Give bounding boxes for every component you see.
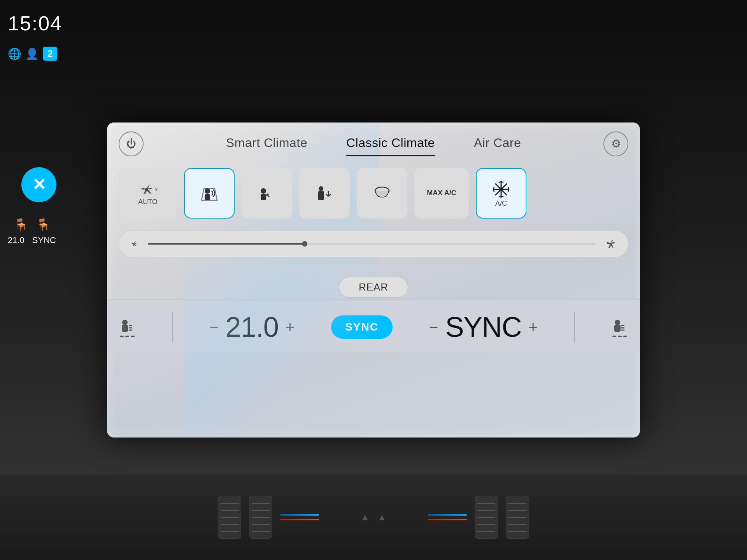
sync-toggle-label: SYNC [345, 321, 379, 333]
vent-slot [218, 496, 241, 539]
mode-ac-button[interactable]: A/C [476, 168, 526, 219]
status-icons: 🌐 👤 2 [8, 47, 57, 61]
fan-auto-icon [138, 181, 155, 198]
notification-badge[interactable]: 2 [43, 47, 57, 61]
tab-classic-climate[interactable]: Classic Climate [327, 131, 454, 156]
left-temp-value: 21.0 [226, 311, 279, 343]
svg-rect-15 [122, 325, 128, 332]
right-temp-minus[interactable]: − [429, 318, 438, 336]
vent-slot-r1 [475, 496, 498, 539]
left-temp-plus[interactable]: + [286, 318, 295, 336]
slider-thumb [302, 241, 307, 247]
tab-air-care[interactable]: Air Care [454, 131, 540, 156]
mode-buttons-row: › AUTO [119, 168, 628, 219]
windshield-icon [199, 183, 219, 203]
vent-group-left [218, 496, 319, 539]
vent-spacer-center: ▲ ▲ [335, 512, 412, 523]
mode-auto-button[interactable]: › AUTO [119, 168, 177, 219]
fan-slider-container[interactable] [119, 230, 628, 257]
seat-heat-left2-icon: 🪑 [36, 218, 50, 231]
sidebar-sync: SYNC [32, 235, 56, 245]
vent-accent-blue-right [428, 514, 467, 516]
seat-heat-left-icon: 🪑 [14, 218, 28, 231]
right-sync-text: SYNC [445, 311, 521, 343]
power-icon: ⏻ [126, 138, 136, 150]
mode-upper-button[interactable] [242, 168, 292, 219]
globe-icon: 🌐 [8, 47, 21, 60]
floor-icon [372, 183, 392, 203]
left-seat-icon [119, 317, 136, 334]
fan-large-icon [603, 236, 619, 252]
infotainment-screen: ⏻ Smart Climate Classic Climate Air Care… [107, 122, 640, 438]
ac-label: A/C [495, 200, 507, 208]
svg-point-0 [145, 188, 148, 191]
svg-point-12 [499, 187, 503, 191]
separator-left [172, 312, 173, 343]
settings-icon: ⚙ [611, 137, 621, 150]
left-temp-minus[interactable]: − [209, 318, 218, 336]
fan-small-icon [128, 238, 140, 250]
vent-accent-red-right [428, 519, 467, 520]
mode-windshield-button[interactable] [184, 168, 235, 219]
close-button[interactable]: ✕ [21, 167, 56, 202]
svg-point-18 [615, 320, 620, 325]
auto-arrow-icon: › [155, 184, 158, 194]
car-display: 15:04 🌐 👤 2 🪑 🪑 21.0 SYNC ✕ ⏻ [0, 0, 747, 560]
upper-body-icon [257, 183, 277, 203]
mode-lower-button[interactable] [299, 168, 350, 219]
ac-snowflake-icon [491, 179, 511, 200]
separator-right [574, 312, 575, 343]
left-seat-heat[interactable] [119, 317, 136, 337]
bottom-controls: − 21.0 + SYNC − SYNC + [107, 299, 640, 352]
svg-rect-1 [205, 194, 210, 200]
sidebar-temp: 21.0 [8, 235, 25, 245]
svg-rect-3 [261, 194, 266, 200]
tab-smart-climate[interactable]: Smart Climate [207, 131, 327, 156]
center-vent-icon2: ▲ [377, 512, 387, 523]
lower-body-icon [314, 183, 335, 203]
power-button[interactable]: ⏻ [119, 131, 144, 156]
vent-accent-red [280, 519, 319, 520]
svg-point-4 [261, 188, 266, 194]
rear-section: REAR [107, 277, 640, 298]
tabs-container: Smart Climate Classic Climate Air Care [144, 131, 603, 156]
svg-rect-5 [318, 191, 324, 200]
fan-speed-slider[interactable] [148, 243, 595, 245]
center-vent-icon: ▲ [360, 512, 370, 523]
svg-point-14 [610, 243, 612, 245]
vent-group-right [428, 496, 529, 539]
screen-header: ⏻ Smart Climate Classic Climate Air Care… [107, 122, 640, 160]
time-display: 15:04 [8, 12, 62, 35]
close-icon: ✕ [32, 177, 46, 193]
person-icon: 👤 [25, 47, 39, 60]
right-sync-display: − SYNC + [429, 311, 538, 343]
mode-max-ac-button[interactable]: MAX A/C [414, 168, 469, 219]
auto-label: AUTO [138, 198, 158, 206]
right-seat-icon [611, 317, 628, 334]
vents-bar: ▲ ▲ [0, 474, 747, 560]
max-ac-label: MAX A/C [427, 189, 456, 198]
left-temp-control: − 21.0 + [209, 311, 295, 343]
sync-toggle-button[interactable]: SYNC [331, 315, 393, 339]
vent-slot [249, 496, 272, 539]
right-temp-plus[interactable]: + [528, 318, 537, 336]
svg-point-6 [319, 186, 323, 191]
vent-accent-blue [280, 514, 319, 516]
settings-button[interactable]: ⚙ [603, 131, 628, 156]
auto-icon-wrap: › [138, 181, 158, 198]
svg-rect-17 [614, 325, 621, 332]
svg-point-16 [122, 320, 128, 325]
rear-button[interactable]: REAR [339, 277, 408, 298]
svg-point-13 [133, 243, 135, 245]
vent-slot-r2 [506, 496, 529, 539]
right-seat-heat[interactable] [611, 317, 628, 337]
screen-content: › AUTO [107, 160, 640, 277]
mode-floor-button[interactable] [357, 168, 407, 219]
